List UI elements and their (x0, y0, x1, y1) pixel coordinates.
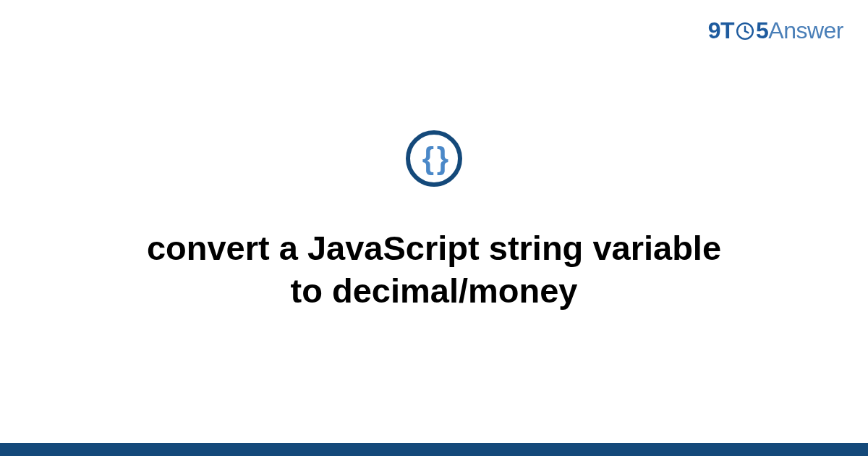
main-content: { } convert a JavaScript string variable… (0, 0, 868, 443)
code-braces-icon: { } (422, 143, 446, 174)
question-title: convert a JavaScript string variable to … (109, 227, 760, 313)
category-badge: { } (406, 130, 462, 187)
footer-accent-bar (0, 443, 868, 456)
